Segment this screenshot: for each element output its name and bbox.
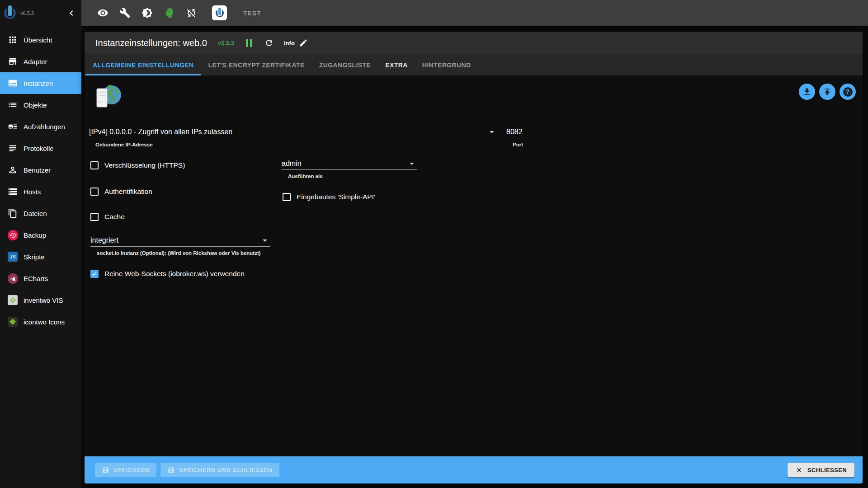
auth-checkbox-row[interactable]: Authentifikation (90, 188, 152, 196)
bind-ip-select[interactable]: [IPv4] 0.0.0.0 - Zugriff von allen IPs z… (89, 126, 497, 138)
list-icon (7, 99, 18, 110)
socketio-label: socket.io Instanz (Optional): (Wird von … (90, 250, 270, 256)
topbar-brand-section: v6.5.3 (0, 0, 81, 26)
help-button[interactable]: ? (840, 84, 856, 100)
pure-websockets-checkbox-row[interactable]: Reine Web-Sockets (iobroker.ws) verwende… (90, 270, 245, 278)
settings-tabs: ALLGEMEINE EINSTELLUNGEN LET'S ENCRYPT Z… (85, 54, 863, 75)
tab-lets-encrypt[interactable]: LET'S ENCRYPT ZERTIFIKATE (201, 54, 312, 75)
sync-disabled-icon[interactable] (185, 7, 197, 19)
cache-checkbox[interactable] (90, 213, 99, 221)
save-floppy-icon (167, 466, 175, 474)
dropdown-arrow-icon (490, 131, 494, 133)
admin-version: v6.5.3 (20, 10, 66, 16)
iobroker-logo-badge[interactable] (212, 5, 227, 20)
socketio-select[interactable]: integriert (90, 235, 270, 247)
port-input[interactable]: 8082 (506, 126, 588, 138)
sidebar-item-adapter[interactable]: Adapter (0, 51, 81, 72)
subject-lines-icon (7, 143, 18, 154)
https-checkbox[interactable] (90, 161, 99, 169)
sidebar-item-dateien[interactable]: Dateien (0, 202, 81, 224)
inventwo-vis-icon (7, 295, 18, 305)
art-track-icon (7, 121, 18, 132)
build-wrench-icon[interactable] (119, 7, 131, 19)
javascript-icon: JS (7, 251, 18, 262)
bind-ip-label: Gebundene IP-Adresse (89, 142, 497, 147)
save-button[interactable]: SPEICHERN (95, 463, 156, 477)
edit-pencil-icon[interactable] (298, 38, 308, 48)
config-toolbar: ? (799, 84, 856, 100)
sidebar-item-skripte[interactable]: JS Skripte (0, 246, 81, 267)
visibility-icon[interactable] (97, 7, 108, 19)
run-as-select[interactable]: admin (282, 158, 417, 170)
iobroker-admin-screen: v6.5.3 TEST (0, 0, 868, 488)
icontwo-icons-icon (7, 316, 18, 327)
socketio-select-field: integriert socket.io Instanz (Optional):… (90, 235, 270, 256)
help-icon: ? (843, 87, 853, 97)
instances-icon (7, 78, 18, 89)
cache-checkbox-row[interactable]: Cache (90, 213, 125, 221)
run-as-label: Ausführen als (282, 174, 417, 179)
dropdown-arrow-icon (410, 163, 414, 165)
settings-form-body: ? [IPv4] 0.0.0.0 - Zugriff von allen IPs… (85, 75, 863, 456)
sidebar-item-aufzaehlungen[interactable]: Aufzählungen (0, 116, 81, 137)
save-and-close-button[interactable]: SPEICHERN UND SCHLIESSEN (160, 463, 279, 477)
sidebar-item-uebersicht[interactable]: Übersicht (0, 29, 81, 51)
simple-api-checkbox-row[interactable]: Eingebautes 'Simple-API' (283, 193, 375, 201)
info-link[interactable]: info (284, 40, 295, 47)
instance-settings-dialog: Instanzeinstellungen: web.0 v5.5.3 info … (85, 32, 863, 483)
sidebar-item-icontwo-icons[interactable]: icontwo Icons (0, 311, 81, 333)
refresh-icon[interactable] (264, 38, 274, 48)
https-checkbox-row[interactable]: Verschlüsselung (HTTPS) (90, 161, 185, 169)
workspace-label: TEST (243, 9, 261, 17)
chevron-left-icon[interactable] (66, 8, 77, 19)
sidebar-item-instanzen[interactable]: Instanzen (0, 72, 81, 94)
simple-api-checkbox[interactable] (283, 193, 291, 201)
dropdown-arrow-icon (263, 239, 267, 242)
tab-zugangsliste[interactable]: ZUGANGSLISTE (312, 54, 378, 75)
sidebar-item-hosts[interactable]: Hosts (0, 181, 81, 202)
storage-icon (7, 186, 18, 197)
run-as-select-field: admin Ausführen als (282, 158, 417, 179)
pause-instance-icon[interactable] (244, 38, 254, 48)
dialog-title: Instanzeinstellungen: web.0 (95, 38, 207, 48)
web-adapter-icon (95, 84, 122, 110)
store-icon (7, 56, 18, 67)
backup-restore-icon (7, 230, 18, 240)
port-label: Port (506, 142, 588, 147)
bind-ip-select-field: [IPv4] 0.0.0.0 - Zugriff von allen IPs z… (89, 126, 497, 147)
port-field: 8082 Port (506, 126, 588, 147)
iobroker-logo (216, 9, 224, 17)
sidebar-item-benutzer[interactable]: Benutzer (0, 159, 81, 181)
sidebar-item-echarts[interactable]: ECharts (0, 267, 81, 289)
adapter-version: v5.5.3 (218, 40, 234, 47)
sidebar-item-objekte[interactable]: Objekte (0, 94, 81, 116)
save-floppy-icon (102, 466, 109, 474)
apps-grid-icon (7, 34, 18, 45)
sidebar-item-backup[interactable]: Backup (0, 224, 81, 246)
topbar-actions: TEST (97, 0, 261, 26)
top-app-bar: v6.5.3 TEST (0, 0, 868, 26)
echarts-icon (7, 273, 18, 284)
tab-extra[interactable]: EXTRA (378, 54, 415, 75)
iobroker-logo (4, 7, 16, 19)
expert-mode-head-icon[interactable] (163, 7, 175, 19)
tab-allgemeine-einstellungen[interactable]: ALLGEMEINE EINSTELLUNGEN (85, 54, 201, 75)
pure-websockets-checkbox[interactable] (90, 270, 99, 278)
close-button[interactable]: SCHLIESSEN (788, 463, 854, 477)
dialog-footer: SPEICHERN SPEICHERN UND SCHLIESSEN SCHLI… (85, 456, 863, 483)
sidebar-item-protokolle[interactable]: Protokolle (0, 137, 81, 159)
dark-mode-icon[interactable] (141, 7, 153, 19)
tab-hintergrund[interactable]: HINTERGRUND (415, 54, 478, 75)
download-config-button[interactable] (799, 84, 815, 100)
sidebar-nav: Übersicht Adapter Instanzen Objekte Aufz… (0, 26, 81, 488)
dialog-header: Instanzeinstellungen: web.0 v5.5.3 info (85, 32, 863, 54)
sidebar-item-inventwo-vis[interactable]: inventwo VIS (0, 289, 81, 311)
upload-config-button[interactable] (819, 84, 835, 100)
close-x-icon (795, 466, 803, 474)
file-copy-icon (7, 208, 18, 219)
auth-checkbox[interactable] (90, 188, 99, 196)
person-icon (7, 164, 18, 175)
